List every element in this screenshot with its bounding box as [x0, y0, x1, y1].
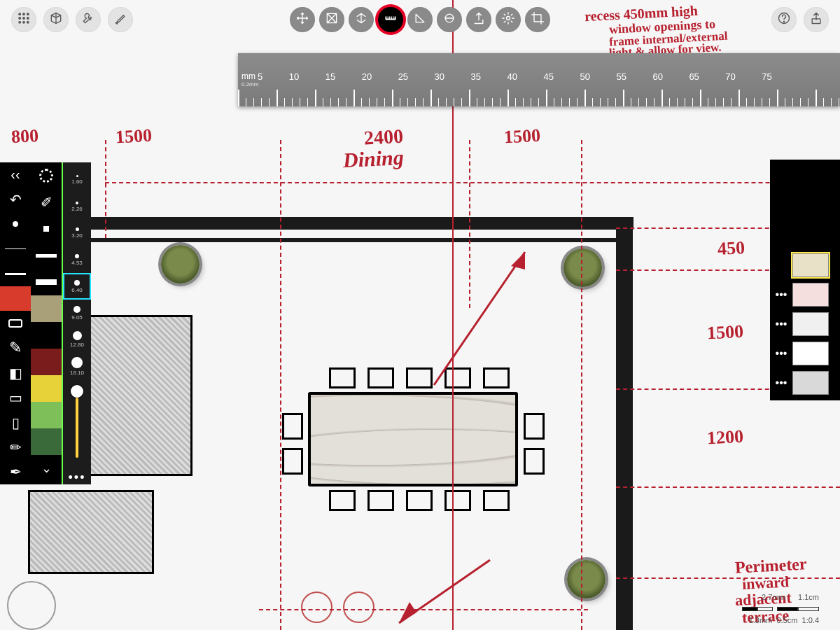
guides-icon — [354, 11, 368, 28]
brush-size-3.20[interactable]: 3.20 — [63, 220, 91, 246]
layer-thumb — [792, 342, 829, 365]
tip-square-tool[interactable] — [31, 216, 62, 242]
guides-button[interactable] — [349, 7, 374, 32]
ruler-icon — [384, 11, 398, 28]
visibility-icon[interactable]: ••• — [774, 288, 788, 301]
text-icon — [797, 228, 813, 244]
brush-size-12.80[interactable]: 12.80 — [63, 326, 91, 353]
smudge-tool[interactable]: ◧ — [0, 360, 31, 385]
brush-button[interactable] — [108, 7, 133, 32]
color-olive[interactable] — [31, 295, 62, 322]
layers-panel[interactable]: •••••••••••• — [770, 160, 840, 400]
brush-size-2.26[interactable]: 2.26 — [63, 193, 91, 220]
scale-legend: 2.7mm 1.1cm 1.3mm 0.5cm 1:0.4 — [742, 592, 819, 626]
visibility-icon[interactable] — [774, 258, 788, 273]
layer-row-1[interactable]: ••• — [770, 280, 840, 309]
brush-size-18.10[interactable]: 18.10 — [63, 353, 91, 379]
color-dkred[interactable] — [31, 349, 62, 375]
chair — [406, 490, 433, 511]
collapse-tool[interactable]: ‹‹ — [0, 162, 31, 187]
fill-button[interactable] — [319, 7, 344, 32]
brush-size-6.40[interactable]: 6.40 — [63, 273, 91, 300]
gear-button[interactable] — [496, 7, 521, 32]
wrench-icon — [81, 11, 95, 28]
marker-tool[interactable]: ▯ — [0, 410, 31, 435]
chair — [444, 490, 471, 511]
shape-icon — [797, 169, 813, 185]
dim-line — [581, 140, 582, 630]
svg-point-10 — [19, 22, 21, 24]
brush-size-4.53[interactable]: 4.53 — [63, 246, 91, 273]
layer-thumb — [792, 283, 829, 307]
image-icon — [797, 199, 813, 214]
dim-label: 800 — [10, 125, 39, 148]
arrow-icon — [392, 553, 504, 630]
tip-round-tool[interactable] — [0, 212, 31, 237]
layer-row-0[interactable] — [770, 251, 840, 280]
layer-row-4[interactable]: ••• — [770, 368, 840, 398]
brush-size-9.05[interactable]: 9.05 — [63, 300, 91, 326]
ruler-numbers: 51015202530354045505560657075 — [258, 71, 772, 82]
color-black[interactable] — [31, 322, 62, 349]
expand-tool[interactable]: ⌄ — [31, 455, 62, 482]
help-button[interactable] — [771, 7, 797, 32]
svg-point-16 — [507, 17, 510, 20]
grid-button[interactable] — [11, 7, 36, 32]
line-heavy-tool[interactable] — [31, 269, 62, 295]
ellipse-button[interactable] — [437, 7, 462, 32]
svg-point-7 — [19, 18, 21, 20]
size-slider[interactable] — [76, 385, 78, 458]
pencil-tool[interactable]: ✏ — [0, 435, 31, 459]
dim-label: 1200 — [706, 426, 743, 449]
color-yellow[interactable] — [31, 375, 62, 402]
svg-point-12 — [27, 22, 29, 24]
eyedrop-tool[interactable]: ✐ — [31, 189, 62, 216]
color-dkgreen[interactable] — [31, 428, 62, 455]
tool-column-a: ‹‹↶✎◧▭▯✏✒ — [0, 162, 31, 484]
tool-column-b: ✐⌄ — [31, 162, 62, 484]
color-green[interactable] — [31, 402, 62, 428]
visibility-icon[interactable]: ••• — [774, 318, 788, 330]
svg-marker-3 — [399, 602, 416, 623]
crop-button[interactable] — [525, 7, 550, 32]
dim-label: 450 — [717, 237, 746, 260]
move-button[interactable] — [290, 7, 315, 32]
line-med-tool[interactable] — [0, 262, 31, 286]
ruler-unit: mm — [241, 71, 255, 81]
undo-tool[interactable]: ↶ — [0, 187, 31, 211]
ruler-button[interactable] — [378, 7, 403, 32]
line-thin-tool[interactable] — [0, 237, 31, 261]
share-button[interactable] — [804, 7, 829, 32]
pen-tool[interactable]: ✎ — [0, 336, 31, 360]
ruler-tool[interactable]: mm 0.2mm 51015202530354045505560657075 — [238, 53, 840, 106]
ring-tool[interactable] — [31, 162, 62, 189]
wrench-button[interactable] — [76, 7, 101, 32]
eraser-tool[interactable] — [0, 311, 31, 335]
ellipse-icon — [442, 11, 456, 28]
wall-right — [616, 217, 633, 630]
dim-line — [105, 182, 840, 183]
visibility-icon[interactable]: ••• — [774, 347, 788, 360]
dim-line — [280, 140, 281, 630]
roller-tool[interactable]: ▭ — [0, 386, 31, 410]
layer-row-3[interactable]: ••• — [770, 339, 840, 368]
tool-panel[interactable]: ‹‹↶✎◧▭▯✏✒ ✐⌄ 1.602.263.204.536.409.0512.… — [0, 162, 91, 484]
add-text-button[interactable] — [770, 221, 840, 251]
nib-tool[interactable]: ✒ — [0, 460, 31, 484]
brush-size-1.60[interactable]: 1.60 — [63, 167, 91, 193]
color-red[interactable] — [0, 286, 31, 311]
help-icon — [777, 11, 791, 28]
layer-row-2[interactable]: ••• — [770, 309, 840, 339]
more-sizes[interactable]: ••• — [69, 470, 86, 484]
svg-rect-20 — [801, 173, 810, 182]
add-image-button[interactable] — [770, 192, 840, 221]
angle-button[interactable] — [407, 7, 433, 32]
visibility-icon[interactable]: ••• — [774, 377, 788, 389]
move-icon — [295, 11, 309, 28]
cube-button[interactable] — [43, 7, 69, 32]
add-shape-button[interactable] — [770, 162, 840, 192]
svg-point-4 — [19, 13, 21, 15]
export-button[interactable] — [466, 7, 491, 32]
svg-point-23 — [780, 262, 783, 266]
line-thick-tool[interactable] — [31, 242, 62, 269]
